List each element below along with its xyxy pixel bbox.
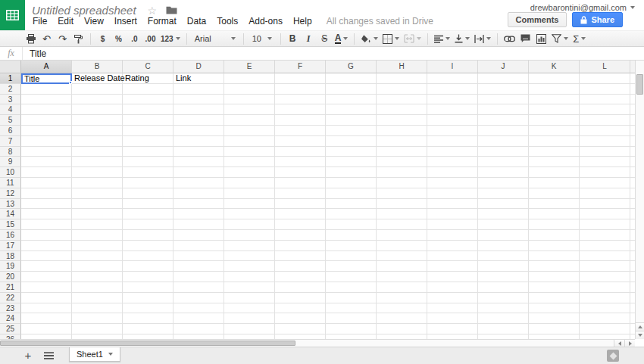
cell-A22[interactable] xyxy=(21,293,72,303)
cell-A19[interactable] xyxy=(21,261,72,272)
cell-G23[interactable] xyxy=(326,303,377,314)
cell-J7[interactable] xyxy=(478,136,529,147)
cell-K23[interactable] xyxy=(529,303,580,314)
cell-D17[interactable] xyxy=(174,241,224,251)
cell-L18[interactable] xyxy=(580,251,630,262)
cell-C19[interactable] xyxy=(123,261,174,272)
cell-K16[interactable] xyxy=(529,230,580,241)
cell-J20[interactable] xyxy=(478,272,529,282)
cell-H24[interactable] xyxy=(377,313,427,324)
cell-C12[interactable] xyxy=(123,188,174,199)
cell-I23[interactable] xyxy=(427,303,478,314)
cell-B22[interactable] xyxy=(72,293,123,303)
cell-D23[interactable] xyxy=(174,303,224,314)
cell-L13[interactable] xyxy=(580,199,630,210)
cell-K20[interactable] xyxy=(529,272,580,282)
font-family-select[interactable]: Arial xyxy=(191,32,239,45)
row-header[interactable]: 25 xyxy=(0,324,21,334)
cell-C15[interactable] xyxy=(123,219,174,230)
cell-E22[interactable] xyxy=(224,293,275,303)
cell-E10[interactable] xyxy=(224,167,275,178)
menu-help[interactable]: Help xyxy=(288,16,317,26)
cell-E19[interactable] xyxy=(224,261,275,272)
cell-F16[interactable] xyxy=(275,230,326,241)
row-header[interactable]: 23 xyxy=(0,303,21,314)
cell-B5[interactable] xyxy=(72,115,123,126)
cell-K14[interactable] xyxy=(529,209,580,219)
row-header[interactable]: 20 xyxy=(0,272,21,282)
cell-G24[interactable] xyxy=(326,313,377,324)
cell-C20[interactable] xyxy=(123,272,174,282)
cell-K10[interactable] xyxy=(529,167,580,178)
row-header[interactable]: 12 xyxy=(0,188,21,199)
cell-C24[interactable] xyxy=(123,313,174,324)
decrease-decimals-button[interactable]: .0 xyxy=(127,32,142,45)
column-header[interactable]: G xyxy=(326,61,377,73)
cell-J9[interactable] xyxy=(478,157,529,167)
cell-H22[interactable] xyxy=(377,293,427,303)
column-header[interactable]: B xyxy=(72,61,123,73)
cell-I16[interactable] xyxy=(427,230,478,241)
insert-link-button[interactable] xyxy=(502,32,517,45)
column-header[interactable]: F xyxy=(275,61,326,73)
cell-G19[interactable] xyxy=(326,261,377,272)
document-title[interactable]: Untitled spreadsheet xyxy=(32,4,136,17)
cell-I4[interactable] xyxy=(427,104,478,115)
cell-J14[interactable] xyxy=(478,209,529,219)
cell-B17[interactable] xyxy=(72,241,123,251)
cell-L22[interactable] xyxy=(580,293,630,303)
all-sheets-button[interactable] xyxy=(41,352,56,359)
cell-D8[interactable] xyxy=(174,147,224,157)
horizontal-scrollbar-thumb[interactable] xyxy=(0,341,295,346)
cell-B14[interactable] xyxy=(72,209,123,219)
cell-C5[interactable] xyxy=(123,115,174,126)
cell-L5[interactable] xyxy=(580,115,630,126)
cell-J17[interactable] xyxy=(478,241,529,251)
scroll-up-button[interactable] xyxy=(636,322,644,331)
cell-I22[interactable] xyxy=(427,293,478,303)
cell-C18[interactable] xyxy=(123,251,174,262)
cell-F19[interactable] xyxy=(275,261,326,272)
cell-L9[interactable] xyxy=(580,157,630,167)
cell-K15[interactable] xyxy=(529,219,580,230)
cell-E9[interactable] xyxy=(224,157,275,167)
cell-C16[interactable] xyxy=(123,230,174,241)
cell-B24[interactable] xyxy=(72,313,123,324)
star-icon[interactable]: ☆ xyxy=(148,5,158,16)
cell-G12[interactable] xyxy=(326,188,377,199)
scroll-right-button[interactable] xyxy=(624,340,635,347)
cell-I19[interactable] xyxy=(427,261,478,272)
cell-H23[interactable] xyxy=(377,303,427,314)
cell-G10[interactable] xyxy=(326,167,377,178)
cell-K18[interactable] xyxy=(529,251,580,262)
cell-K21[interactable] xyxy=(529,282,580,293)
functions-button[interactable]: Σ xyxy=(571,32,588,45)
cell-B8[interactable] xyxy=(72,147,123,157)
cell-D13[interactable] xyxy=(174,199,224,210)
row-header[interactable]: 17 xyxy=(0,241,21,251)
cell-L15[interactable] xyxy=(580,219,630,230)
cell-J19[interactable] xyxy=(478,261,529,272)
cell-H18[interactable] xyxy=(377,251,427,262)
cell-I3[interactable] xyxy=(427,95,478,105)
cell-B15[interactable] xyxy=(72,219,123,230)
cell-J24[interactable] xyxy=(478,313,529,324)
cell-E20[interactable] xyxy=(224,272,275,282)
cell-F23[interactable] xyxy=(275,303,326,314)
cell-L14[interactable] xyxy=(580,209,630,219)
cell-A7[interactable] xyxy=(21,136,72,147)
cell-F14[interactable] xyxy=(275,209,326,219)
cell-L8[interactable] xyxy=(580,147,630,157)
cell-F1[interactable] xyxy=(275,73,326,84)
row-header[interactable]: 10 xyxy=(0,167,21,178)
cell-K8[interactable] xyxy=(529,147,580,157)
cell-J6[interactable] xyxy=(478,126,529,136)
cell-C13[interactable] xyxy=(123,199,174,210)
cell-B10[interactable] xyxy=(72,167,123,178)
column-header[interactable]: I xyxy=(427,61,478,73)
cell-K11[interactable] xyxy=(529,178,580,188)
menu-tools[interactable]: Tools xyxy=(211,16,243,26)
cell-C22[interactable] xyxy=(123,293,174,303)
cell-E12[interactable] xyxy=(224,188,275,199)
column-header[interactable]: E xyxy=(224,61,275,73)
